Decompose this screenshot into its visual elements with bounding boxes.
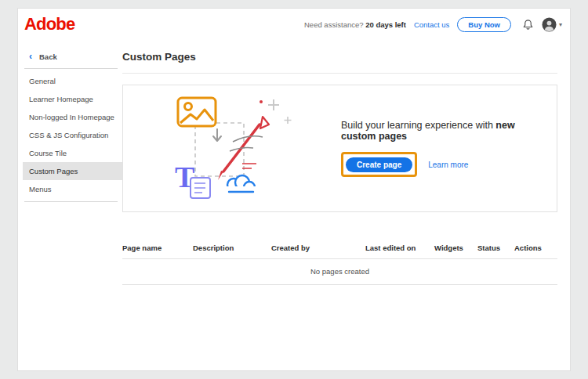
column-header-widgets: Widgets (434, 244, 477, 252)
column-header-created-by: Created by (271, 244, 365, 252)
days-left-text: 20 days left (365, 20, 406, 29)
contact-us-link[interactable]: Contact us (414, 20, 449, 29)
notification-bell-icon[interactable] (522, 19, 534, 31)
sidebar-item-non-logged-in-homepage[interactable]: Non-logged In Homepage (23, 108, 122, 126)
sidebar-item-learner-homepage[interactable]: Learner Homepage (23, 90, 122, 108)
sidebar-item-course-tile[interactable]: Course Tile (23, 144, 122, 162)
app-window: Adobe Need assistance? 20 days left Cont… (17, 8, 571, 371)
hero-message-prefix: Build your learning experience with (341, 120, 495, 131)
learn-more-link[interactable]: Learn more (428, 161, 468, 169)
column-header-last-edited-on: Last edited on (365, 244, 434, 252)
settings-sidebar: ‹ Back General Learner Homepage Non-logg… (18, 40, 122, 371)
top-header: Adobe Need assistance? 20 days left Cont… (18, 9, 570, 40)
chevron-down-icon: ▾ (559, 21, 562, 28)
custom-pages-illustration: T (154, 93, 311, 204)
sidebar-divider-top (24, 68, 118, 69)
pages-table: Page name Description Created by Last ed… (122, 238, 557, 285)
buy-now-button[interactable]: Buy Now (457, 17, 511, 32)
account-menu[interactable]: ▾ (542, 17, 562, 32)
sidebar-item-menus[interactable]: Menus (23, 180, 122, 198)
column-header-status: Status (477, 244, 514, 252)
sidebar-item-custom-pages[interactable]: Custom Pages (23, 162, 122, 180)
back-button[interactable]: ‹ Back (23, 46, 122, 68)
header-right-cluster: Need assistance? 20 days left Contact us… (304, 17, 562, 32)
sidebar-item-general[interactable]: General (23, 72, 122, 90)
empty-state-text: No pages created (122, 259, 557, 285)
column-header-description: Description (193, 244, 271, 252)
title-divider (122, 73, 557, 74)
column-header-actions: Actions (514, 244, 557, 252)
page-title: Custom Pages (122, 51, 557, 63)
create-page-button[interactable]: Create page (346, 157, 412, 172)
hero-message: Build your learning experience with new … (341, 120, 549, 142)
adobe-logo: Adobe (24, 14, 74, 34)
annotation-highlight-box: Create page (341, 152, 417, 177)
back-label: Back (39, 52, 57, 61)
sidebar-divider-bottom (24, 201, 118, 202)
user-avatar (542, 17, 557, 32)
sidebar-item-css-js-configuration[interactable]: CSS & JS Configuration (23, 126, 122, 144)
pages-table-header-row: Page name Description Created by Last ed… (122, 238, 557, 259)
main-content: Custom Pages (122, 40, 571, 371)
column-header-page-name: Page name (122, 244, 193, 252)
chevron-left-icon: ‹ (29, 52, 32, 61)
create-page-hero: T Build your (122, 85, 557, 212)
assistance-text: Need assistance? 20 days left (304, 20, 406, 29)
hero-actions: Create page Learn more (341, 152, 549, 177)
assistance-prefix: Need assistance? (304, 20, 365, 29)
